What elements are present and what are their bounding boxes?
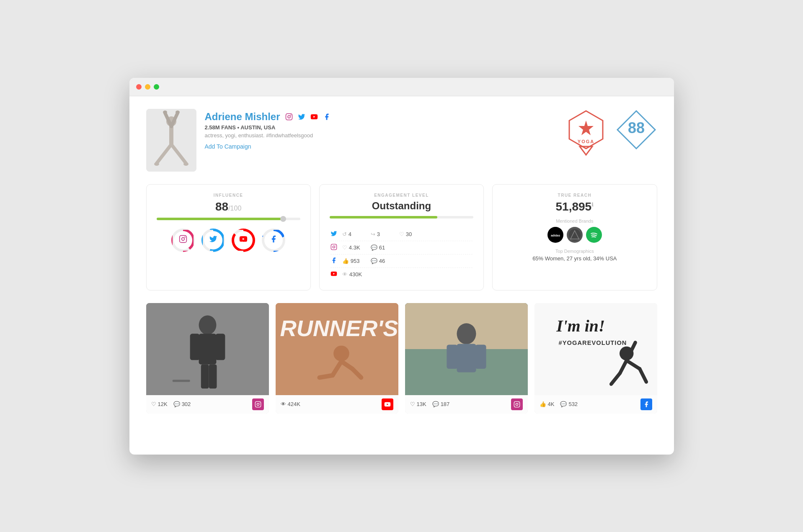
svg-rect-56: [457, 344, 476, 372]
engagement-instagram-row: ♡4.3K 💬61: [330, 241, 473, 254]
post3-platform-badge: [511, 398, 523, 410]
mystery-brand-logo: [567, 227, 583, 243]
demographics-label: Top Demographics: [503, 249, 646, 254]
media-stats-3: ♡ 13K 💬 187: [410, 401, 450, 407]
traffic-lights: [136, 84, 159, 90]
profile-badges: YOGA 88: [565, 109, 657, 157]
profile-header: Adriene Mishler: [146, 109, 657, 172]
engagement-table: ↺4 ↪3 ♡30: [330, 227, 473, 282]
svg-rect-59: [514, 401, 519, 407]
profile-bio: actress, yogi, enthusiast. #findwhatfeel…: [205, 132, 331, 139]
instagram-comments: 💬61: [371, 244, 385, 251]
facebook-platform-icon: [330, 257, 339, 265]
svg-point-10: [183, 162, 188, 166]
youtube-icon[interactable]: [310, 112, 319, 121]
engagement-progress-bar: [330, 216, 473, 218]
engagement-progress-fill: [330, 216, 437, 218]
progress-thumb: [280, 216, 286, 222]
avatar: [146, 109, 196, 172]
true-reach-label: TRUE REACH: [503, 193, 646, 198]
post2-views: 👁 424K: [281, 401, 300, 407]
brand-logos: adidas: [503, 227, 646, 243]
instagram-icon[interactable]: [284, 112, 294, 121]
media-stats-1: ♡ 12K 💬 302: [151, 401, 191, 407]
brands-label: Mentioned Brands: [503, 218, 646, 224]
close-button[interactable]: [136, 84, 142, 90]
svg-text:YOGA: YOGA: [577, 139, 594, 144]
svg-point-22: [182, 238, 185, 241]
yoga-badge: YOGA: [565, 109, 607, 157]
social-icons-inline: [284, 112, 331, 121]
youtube-views: 👁430K: [342, 271, 367, 278]
svg-rect-58: [475, 344, 486, 369]
twitter-circle[interactable]: [201, 229, 225, 252]
engagement-twitter-row: ↺4 ↪3 ♡30: [330, 228, 473, 241]
facebook-icon[interactable]: [322, 112, 331, 121]
svg-point-44: [259, 402, 260, 403]
profile-info: Adriene Mishler: [205, 109, 331, 150]
instagram-circle-icon: [179, 235, 187, 245]
add-to-campaign-button[interactable]: Add To Campaign: [205, 143, 251, 150]
twitter-circle-icon: [209, 235, 217, 245]
media-footer-1: ♡ 12K 💬 302: [146, 395, 269, 414]
media-card-4[interactable]: I'm in! #YOGAREVOLUTION: [534, 303, 657, 414]
media-card-2[interactable]: RUNNER'S 👁 424K: [276, 303, 398, 414]
svg-point-8: [176, 111, 180, 114]
maximize-button[interactable]: [154, 84, 159, 90]
twitter-likes: ♡30: [399, 231, 412, 237]
svg-rect-21: [180, 236, 187, 243]
score-badge: 88: [615, 109, 657, 157]
svg-point-43: [257, 403, 259, 405]
browser-window: Adriene Mishler: [129, 78, 674, 455]
thumbs-icon-4: 👍: [540, 401, 546, 407]
comment-icon-4: 💬: [560, 401, 567, 407]
svg-rect-57: [447, 344, 457, 369]
facebook-comments: 💬46: [371, 258, 385, 264]
media-footer-3: ♡ 13K 💬 187: [405, 395, 528, 414]
twitter-icon[interactable]: [297, 112, 306, 121]
svg-point-23: [184, 236, 186, 238]
instagram-circle[interactable]: [171, 229, 195, 252]
media-image-3: [405, 303, 528, 395]
main-content: Adriene Mishler: [129, 96, 674, 426]
post4-likes: 👍 4K: [540, 401, 555, 407]
heart-icon-3: ♡: [410, 401, 415, 407]
post2-platform-badge: [382, 398, 393, 410]
mystery-brand-icon: [568, 229, 581, 241]
svg-text:RUNNER'S: RUNNER'S: [280, 315, 398, 341]
svg-point-12: [288, 116, 290, 118]
media-footer-2: 👁 424K: [276, 395, 398, 414]
facebook-circle[interactable]: [262, 229, 285, 252]
svg-point-9: [154, 162, 159, 166]
svg-rect-38: [190, 334, 199, 360]
svg-marker-16: [580, 146, 592, 155]
svg-rect-41: [209, 364, 217, 388]
minimize-button[interactable]: [145, 84, 150, 90]
social-circles: [157, 229, 300, 252]
facebook-likes: 👍953: [342, 258, 367, 264]
svg-rect-39: [215, 334, 225, 360]
comment-icon-3: 💬: [432, 401, 439, 407]
adidas-logo: adidas: [547, 227, 563, 243]
twitter-retweets: ↺4: [342, 231, 367, 237]
youtube-circle[interactable]: [232, 229, 255, 252]
media-card-1[interactable]: ♡ 12K 💬 302: [146, 303, 269, 414]
svg-point-61: [518, 402, 519, 403]
media-grid: ♡ 12K 💬 302: [146, 303, 657, 414]
true-reach-value: 51,895ℹ: [503, 200, 646, 213]
youtube-platform-icon: [330, 270, 339, 278]
post4-comments: 💬 532: [560, 401, 578, 407]
svg-point-13: [290, 114, 291, 115]
influence-value: 88/100: [157, 200, 300, 213]
progress-fill: [157, 218, 283, 220]
instagram-likes: ♡4.3K: [342, 244, 367, 251]
info-icon[interactable]: ℹ: [591, 201, 594, 207]
svg-rect-35: [172, 380, 190, 382]
engagement-facebook-row: 👍953 💬46: [330, 254, 473, 268]
media-card-3[interactable]: ♡ 13K 💬 187: [405, 303, 528, 414]
engagement-level: Outstanding: [330, 200, 473, 212]
post1-platform-badge: [252, 398, 264, 410]
twitter-shares: ↪3: [371, 231, 396, 237]
svg-rect-40: [201, 364, 209, 388]
svg-text:I'm in!: I'm in!: [556, 317, 605, 335]
